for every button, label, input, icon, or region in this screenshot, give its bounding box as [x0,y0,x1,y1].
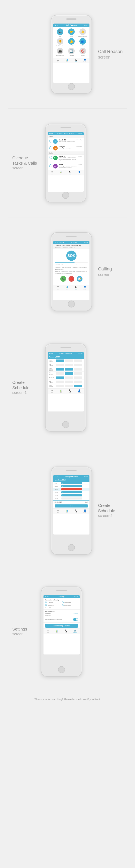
nav-profile-4[interactable]: 👤 Profile [75,389,84,394]
nav-call-1[interactable]: 📞 Call [72,58,80,63]
sched-row-1[interactable]: tue 24.06 [48,363,84,367]
overdue-item-3[interactable]: ML Mike L... Follow-up · Additional info… [48,163,84,170]
radio-1[interactable] [62,601,63,603]
nav-menu-2[interactable]: ☰ Menu [48,170,57,176]
nav-menu-1[interactable]: ☰ Menu [53,58,62,63]
cr-icon-1: 🤝 [68,28,75,35]
nav-menu-6[interactable]: ☰ Menu [44,629,53,634]
screen-settings: AT&T Settings 100% Automatic call delay … [44,595,80,654]
radio-2[interactable] [45,604,47,606]
delay-opt-2[interactable]: 20 Seconds [45,604,61,606]
delay-opt-3[interactable]: 30 Seconds [62,604,78,606]
s2-time-5: 18:00 [55,498,61,499]
bottom-nav-3: ☰ Menu 📊 KPI 📞 Call 👤 Profile [53,285,89,290]
repeat-call-title: Repeat the call [45,611,78,612]
sched-slot-6b [65,385,73,387]
nav-menu-5[interactable]: ☰ Menu [53,508,62,514]
nav-call-5[interactable]: 📞 Call [72,508,80,514]
sched-row-0[interactable]: mon 23.06 [48,359,84,363]
nav-menu-4[interactable]: ☰ Menu [48,389,57,394]
cr-item-7[interactable]: 🔄 Call Back [66,48,76,56]
nav-menu-3[interactable]: ☰ Menu [53,285,62,290]
answer-btn[interactable]: 📞 [60,276,66,282]
check-2[interactable] [49,156,52,159]
overdue-item-1[interactable]: SM Sandy M... Follow-up · Гатеkeeper 2 d… [48,145,84,152]
nav-profile-5[interactable]: 👤 Profile [80,508,89,514]
nav-call-6[interactable]: 📞 Call [61,629,71,634]
nav-profile-1[interactable]: 👤 Profile [80,58,89,63]
section-schedule1: Create Schedule screen-1 AT&T Create Sch… [0,326,135,449]
overdue-item-0[interactable]: JO Dennis Oil New lead call · sales@oil.… [48,138,84,145]
section-overdue: Overdue Tasks & Calls screen AT&T Overdu… [0,109,135,217]
delay-opt-1[interactable]: 10 Seconds [62,601,78,603]
s2-row-4[interactable]: 16:00 14 [53,494,89,497]
sched-slot-2a[interactable] [56,368,64,371]
sync-calls-btn[interactable]: Synchronizing new calls [45,624,78,628]
sched-slot-2b[interactable] [65,368,73,371]
save-schedule-btn[interactable]: OK [55,504,88,507]
s2-row-3[interactable]: 14:00 21 [53,491,89,494]
content-2: Robert K... Schedule call · Description … [59,156,77,162]
nav-call-4[interactable]: 📞 Call [66,389,75,394]
nav-call-label-1: Call [75,61,77,62]
cr-item-3[interactable]: 👎 Not Interested [55,38,65,46]
sched-slot-3b[interactable] [65,372,73,375]
s2-bar-2[interactable] [61,488,82,490]
hangup-btn[interactable]: 🔴 [69,276,74,282]
nav-kpi-5[interactable]: 📊 KPI [62,508,72,514]
profile-icon-1: 👤 [84,59,86,61]
cr-item-0[interactable]: 📞 Busy [55,28,65,37]
sched-row-3[interactable]: thu 26.06 [48,372,84,376]
manual-pickup-toggle[interactable] [73,618,78,621]
s2-bar-5 [61,497,82,499]
nav-profile-3[interactable]: 👤 Profile [80,285,89,290]
cr-item-4[interactable]: 👍 Interested [66,38,76,46]
todo-section-title: To Do [48,135,84,138]
cr-item-8[interactable]: 🚫 Reject [78,48,88,56]
s2-bar-3: 21 [61,491,82,493]
sched-row-4[interactable]: fri 27.06 [48,376,84,380]
cr-item-5[interactable]: 👥 Gatekeeper [78,38,88,46]
check-3[interactable] [49,164,52,167]
cr-item-6[interactable]: 📠 Auto Machine [55,48,65,56]
nav-settings-6[interactable]: ⚙️ Settings [71,629,80,634]
check-0[interactable] [49,140,52,143]
s2-row-0[interactable]: 8:00 11 [53,482,89,485]
auto-call-section: Automatic call delay 5 Seconds 10 Second… [44,598,80,610]
note-btn[interactable]: 📝 [77,276,82,282]
label-calling: Calling screen [98,266,123,277]
sched-slot-5c [74,380,82,383]
nav-kpi-3[interactable]: 📊 KPI [62,285,72,290]
repeat-call-section: Repeat the call By already 3 Recall • 5 … [44,610,80,617]
sched-slot-5a [56,380,64,383]
screen-title-5: Запрограммировать [64,476,78,477]
s2-row-2[interactable]: 12:00 [53,488,89,491]
nav-profile-2[interactable]: 👤 Profile [75,170,84,176]
sched-slot-6c[interactable] [74,385,82,387]
cr-item-2[interactable]: ⚠️ Missing Number [78,28,88,37]
sched-row-6[interactable]: sun 29.06 [48,384,84,389]
sched-row-2[interactable]: wed 25.06 [48,367,84,372]
sched-row-5[interactable]: sat 28.06 [48,380,84,384]
delay-label-3: 30 Seconds [64,604,71,606]
nav-call-2[interactable]: 📞 Call [66,170,75,176]
overdue-item-2[interactable]: RK Robert K... Schedule call · Descripti… [48,155,84,163]
delay-opt-0[interactable]: 5 Seconds [45,601,61,603]
s2-row-5[interactable]: 18:00 [53,497,89,500]
battery-5: 100% [84,476,88,477]
check-1[interactable] [49,146,52,149]
cr-item-1[interactable]: 🤝 Keep [66,28,76,37]
nav-kpi-4[interactable]: 📊 KPI [57,389,66,394]
radio-3[interactable] [62,604,63,606]
nav-call-3[interactable]: 📞 Call [72,285,80,290]
sched-slot-4a[interactable] [56,376,64,379]
sched-slot-0[interactable] [56,360,64,362]
nav-kpi-2[interactable]: 📊 KPI [57,170,66,176]
s2-row-1[interactable]: 10:00 19 [53,485,89,488]
radio-0[interactable] [45,601,47,603]
nav-kpi-6[interactable]: 📊 KPI [53,629,61,634]
calling-header-sub2: Momentum · Podenuse · 800-123456 [55,246,88,248]
kpi-icon-4: 📊 [60,390,62,392]
profile-icon-3: 👤 [84,286,86,288]
nav-kpi-1[interactable]: 📊 KPI [62,58,72,63]
